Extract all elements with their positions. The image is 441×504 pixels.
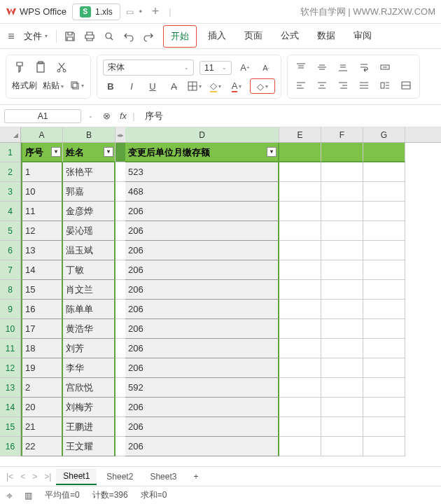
bold-icon[interactable]: B	[103, 78, 118, 94]
col-header-e[interactable]: E	[279, 127, 321, 142]
cancel-icon[interactable]: ⊗	[99, 108, 114, 124]
cell[interactable]: 刘梅芳	[63, 398, 115, 417]
cell[interactable]: 19	[21, 358, 63, 378]
cell[interactable]	[321, 358, 363, 378]
fx-icon[interactable]: fx	[120, 111, 127, 121]
cell[interactable]	[321, 241, 363, 260]
row-header[interactable]: 1	[0, 143, 21, 162]
col-header-a[interactable]: A	[21, 127, 63, 142]
row-header[interactable]: 6	[0, 241, 21, 260]
cell[interactable]: 王文耀	[63, 437, 115, 456]
cell[interactable]: 20	[21, 398, 63, 417]
cell[interactable]: 2	[21, 378, 63, 398]
font-name-select[interactable]: 宋体⌄	[103, 59, 194, 76]
tab-menu-icon[interactable]: ▭	[126, 7, 134, 17]
menu-start[interactable]: 开始	[163, 25, 197, 48]
row-header[interactable]: 14	[0, 398, 21, 417]
cell[interactable]	[363, 182, 405, 202]
cell[interactable]	[321, 182, 363, 202]
cell[interactable]: 陈单单	[63, 300, 115, 319]
filter-icon[interactable]: ▾	[51, 147, 61, 157]
new-tab-icon[interactable]: +	[148, 4, 164, 19]
row-header[interactable]: 9	[0, 300, 21, 319]
row-header[interactable]: 16	[0, 437, 21, 456]
name-box[interactable]: A1	[4, 109, 81, 123]
align-right-icon[interactable]	[335, 78, 351, 93]
cell[interactable]	[363, 300, 405, 319]
cell[interactable]	[321, 280, 363, 300]
cell[interactable]: 206	[125, 241, 279, 260]
cell[interactable]: 1	[21, 162, 63, 182]
increase-font-icon[interactable]: A+	[237, 60, 253, 76]
cell[interactable]	[363, 221, 405, 241]
cell[interactable]: 10	[21, 182, 63, 202]
border-icon[interactable]: ▾	[187, 78, 202, 94]
status-mode-icon[interactable]: ⎆	[7, 491, 12, 500]
cell[interactable]	[363, 398, 405, 417]
copy-icon[interactable]: ▾	[69, 78, 85, 93]
cell[interactable]: 206	[125, 280, 279, 300]
strikethrough-icon[interactable]: A̶	[166, 78, 181, 94]
menu-formula[interactable]: 公式	[274, 25, 306, 48]
cell[interactable]: 丁敏	[63, 260, 115, 280]
clear-format-icon[interactable]: ◇▾	[250, 78, 275, 94]
cell[interactable]	[363, 202, 405, 221]
cell[interactable]	[321, 162, 363, 182]
file-tab[interactable]: S 1.xls	[72, 4, 120, 20]
col-header-d[interactable]: D	[125, 127, 279, 142]
cell[interactable]	[321, 221, 363, 241]
filter-icon[interactable]: ▾	[104, 147, 113, 157]
cell[interactable]: 206	[125, 358, 279, 378]
cell[interactable]	[321, 319, 363, 339]
formula-input[interactable]: 序号	[141, 108, 437, 124]
cell[interactable]: 206	[125, 398, 279, 417]
cell[interactable]	[279, 202, 321, 221]
fill-color-icon[interactable]: ◇▾	[208, 78, 223, 94]
cell[interactable]: 晏沁瑶	[63, 221, 115, 241]
cell[interactable]	[321, 398, 363, 417]
cell[interactable]	[279, 280, 321, 300]
row-header[interactable]: 11	[0, 339, 21, 358]
header-cell[interactable]: 姓名▾	[63, 143, 115, 162]
cell[interactable]: 206	[125, 437, 279, 456]
cell[interactable]	[363, 241, 405, 260]
cell[interactable]: 22	[21, 437, 63, 456]
add-sheet-icon[interactable]: +	[186, 469, 205, 484]
header-cell[interactable]: 序号▾	[21, 143, 63, 162]
redo-icon[interactable]	[139, 27, 158, 46]
row-header[interactable]: 13	[0, 378, 21, 398]
cell[interactable]	[279, 339, 321, 358]
cell[interactable]: 206	[125, 260, 279, 280]
cell[interactable]	[363, 319, 405, 339]
cell[interactable]	[321, 339, 363, 358]
undo-icon[interactable]	[120, 27, 138, 46]
cell[interactable]: 温玉斌	[63, 241, 115, 260]
font-size-select[interactable]: 11⌄	[200, 61, 232, 75]
cell[interactable]: 206	[125, 319, 279, 339]
cell[interactable]	[279, 398, 321, 417]
cell[interactable]	[363, 339, 405, 358]
align-bottom-icon[interactable]	[335, 59, 351, 75]
cell[interactable]: 17	[21, 319, 63, 339]
cell[interactable]: 张艳平	[63, 162, 115, 182]
sheet-nav-first-icon[interactable]: |<	[4, 472, 15, 482]
cell[interactable]	[363, 378, 405, 398]
row-header[interactable]: 15	[0, 417, 21, 437]
row-header[interactable]: 8	[0, 280, 21, 300]
cell[interactable]: 523	[125, 162, 279, 182]
file-menu[interactable]: 文件▾	[20, 27, 52, 46]
cell[interactable]	[321, 143, 363, 162]
cell[interactable]: 13	[21, 241, 63, 260]
cell[interactable]	[279, 300, 321, 319]
cell[interactable]	[321, 378, 363, 398]
align-middle-icon[interactable]	[314, 59, 330, 75]
filter-icon[interactable]: ▾	[267, 147, 276, 157]
status-layout-icon[interactable]: ▥	[24, 491, 32, 500]
cell[interactable]: 14	[21, 260, 63, 280]
rows-icon[interactable]	[398, 78, 414, 93]
paste-icon[interactable]	[33, 59, 48, 75]
cell[interactable]	[363, 280, 405, 300]
cell[interactable]	[321, 300, 363, 319]
font-color-icon[interactable]: A▾	[229, 78, 244, 94]
col-header-b[interactable]: B	[63, 127, 115, 142]
